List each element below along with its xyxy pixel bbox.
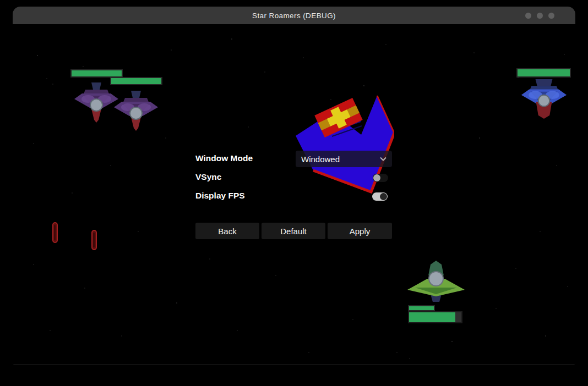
star [72,192,73,194]
window-mode-value: Windowed [301,155,380,164]
star [496,308,497,309]
display-fps-toggle[interactable] [372,192,388,201]
window-control-dot-1[interactable] [525,13,531,19]
star [409,358,410,359]
green-player-ship [407,260,465,302]
star [473,52,475,53]
star [515,268,516,269]
red-projectile [91,230,97,250]
default-button[interactable]: Default [262,223,325,239]
star [165,137,166,139]
star [540,231,541,232]
purple-fighter-ship [74,82,118,124]
star [209,258,210,260]
star [84,288,85,289]
window-controls [525,7,554,24]
red-projectile [52,222,58,243]
star [308,352,309,353]
player-top-bar [408,305,435,311]
player-health-bar [408,311,462,323]
vsync-toggle[interactable] [373,174,388,182]
chevron-down-icon [380,157,386,161]
star [564,54,565,55]
back-button[interactable]: Back [195,223,259,239]
star [275,275,276,276]
star [385,44,386,45]
star [171,49,172,51]
window-titlebar[interactable]: Star Roamers (DEBUG) [13,7,575,24]
star [567,286,568,287]
star [83,66,84,67]
window-mode-label: Window Mode [195,153,253,163]
window-mode-dropdown[interactable]: Windowed [296,151,392,167]
star [363,85,364,86]
star [52,84,53,85]
purple-fighter-ship [114,91,158,133]
enemy-health-bar [70,69,123,78]
star [237,330,238,331]
star [33,143,34,144]
enemy-health-bar [516,68,571,78]
star [264,71,265,73]
star [46,78,47,79]
window-control-dot-2[interactable] [537,13,543,19]
display-fps-label: Display FPS [195,191,245,201]
star [138,231,139,232]
star [303,57,304,58]
apply-button[interactable]: Apply [328,223,392,239]
star [352,319,353,320]
star [545,335,546,337]
toggle-knob [373,174,380,181]
star [121,335,122,337]
game-viewport[interactable]: Window Mode Windowed VSync Display FPS B… [13,24,575,365]
window-title: Star Roamers (DEBUG) [252,12,336,20]
vsync-label: VSync [195,172,221,182]
star [37,55,38,56]
star [176,302,177,304]
blue-fighter-ship [520,79,568,119]
star [248,126,249,128]
star [50,330,51,331]
star [33,264,34,265]
star [110,165,111,166]
window-control-dot-3[interactable] [548,13,554,19]
toggle-knob [380,193,387,200]
star [451,341,453,342]
star [396,352,398,353]
star [479,137,480,139]
star [556,165,557,166]
star [231,38,232,40]
game-window: Star Roamers (DEBUG) [13,7,575,365]
